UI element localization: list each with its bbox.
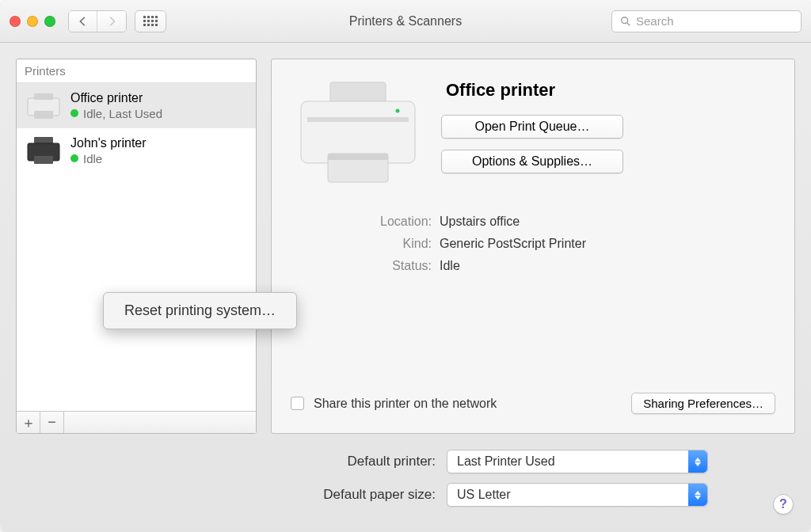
- svg-line-1: [627, 22, 630, 25]
- svg-rect-7: [307, 117, 409, 122]
- printer-large-icon: [291, 75, 425, 194]
- help-button[interactable]: ?: [773, 494, 794, 515]
- status-label: Status:: [305, 259, 440, 273]
- search-field[interactable]: [611, 10, 801, 32]
- svg-rect-3: [34, 111, 53, 119]
- preferences-window: Printers & Scanners Printers: [0, 0, 811, 532]
- nav-group: [68, 10, 127, 32]
- printer-name: Office printer: [70, 91, 248, 105]
- remove-printer-button[interactable]: −: [40, 412, 64, 433]
- kind-label: Kind:: [305, 237, 440, 251]
- chevron-right-icon: [106, 16, 117, 27]
- printer-icon: [25, 89, 63, 121]
- chevron-left-icon: [78, 16, 89, 27]
- status-dot-icon: [70, 154, 78, 162]
- show-all-button[interactable]: [135, 10, 166, 32]
- zoom-window-button[interactable]: [44, 16, 55, 27]
- share-printer-label: Share this printer on the network: [314, 397, 622, 411]
- forward-button[interactable]: [97, 11, 126, 32]
- default-paper-size-value: US Letter: [457, 488, 511, 502]
- printer-status: Idle, Last Used: [83, 107, 162, 120]
- select-stepper-icon: [688, 450, 707, 473]
- location-label: Location:: [305, 215, 440, 229]
- window-controls: [10, 16, 55, 27]
- printer-info: Location: Upstairs office Kind: Generic …: [305, 215, 775, 273]
- svg-rect-9: [328, 154, 388, 160]
- minimize-window-button[interactable]: [27, 16, 38, 27]
- svg-point-10: [396, 109, 400, 113]
- printer-name: John's printer: [70, 136, 248, 150]
- window-title: Printers & Scanners: [349, 14, 462, 28]
- printer-icon: [25, 135, 63, 166]
- status-value: Idle: [440, 259, 460, 273]
- default-paper-size-label: Default paper size:: [19, 487, 447, 503]
- bottom-controls: Default printer: Last Printer Used Defau…: [0, 450, 811, 532]
- default-printer-label: Default printer:: [19, 454, 447, 469]
- add-printer-button[interactable]: ＋: [17, 412, 40, 433]
- printer-item-johns[interactable]: John's printer Idle: [17, 128, 256, 173]
- open-print-queue-button[interactable]: Open Print Queue…: [441, 115, 623, 139]
- select-stepper-icon: [688, 484, 707, 506]
- titlebar: Printers & Scanners: [0, 0, 811, 43]
- kind-value: Generic PostScript Printer: [440, 237, 586, 251]
- search-input[interactable]: [636, 14, 793, 28]
- share-printer-checkbox[interactable]: [291, 397, 304, 410]
- svg-rect-6: [330, 82, 386, 103]
- context-menu: Reset printing system…: [103, 292, 297, 329]
- svg-rect-2: [34, 93, 53, 100]
- reset-printing-system-menu-item[interactable]: Reset printing system…: [104, 296, 296, 325]
- status-dot-icon: [70, 109, 78, 117]
- printer-list: Office printer Idle, Last Used: [17, 83, 256, 411]
- back-button[interactable]: [69, 11, 97, 32]
- location-value: Upstairs office: [440, 215, 520, 229]
- search-icon: [620, 16, 631, 27]
- content-area: Printers Office printer I: [0, 43, 811, 450]
- printer-sidebar: Printers Office printer I: [16, 59, 257, 434]
- printer-item-office[interactable]: Office printer Idle, Last Used: [17, 83, 256, 128]
- default-printer-value: Last Printer Used: [457, 454, 555, 469]
- sidebar-header: Printers: [17, 59, 256, 83]
- svg-rect-5: [34, 156, 53, 164]
- printer-status: Idle: [83, 152, 102, 165]
- options-supplies-button[interactable]: Options & Supplies…: [441, 150, 623, 173]
- default-paper-size-select[interactable]: US Letter: [447, 483, 708, 507]
- sidebar-footer: ＋ −: [17, 411, 256, 433]
- grid-icon: [143, 16, 158, 26]
- printer-title: Office printer: [446, 80, 775, 101]
- svg-point-0: [622, 17, 628, 23]
- default-printer-select[interactable]: Last Printer Used: [447, 450, 708, 473]
- close-window-button[interactable]: [10, 16, 21, 27]
- sharing-preferences-button[interactable]: Sharing Preferences…: [631, 393, 775, 414]
- printer-details-panel: Office printer Open Print Queue… Options…: [271, 59, 795, 434]
